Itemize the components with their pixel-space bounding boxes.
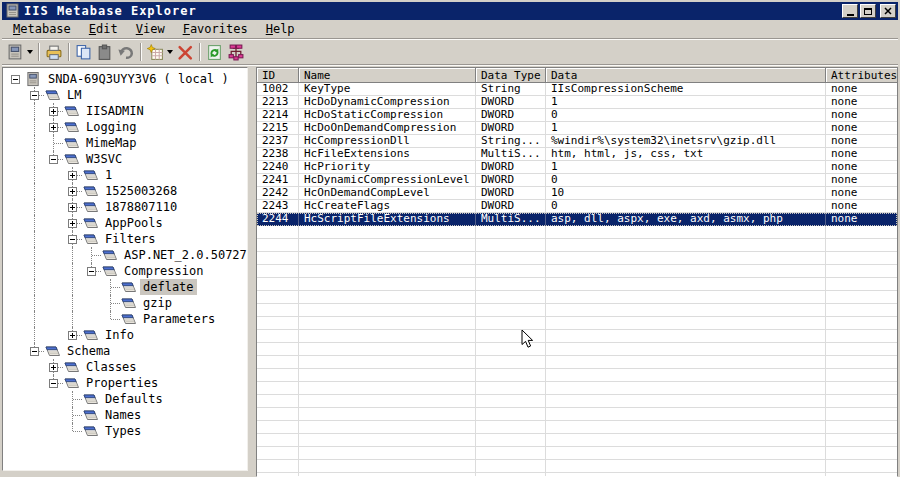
expander-minus-icon[interactable]	[30, 347, 39, 356]
table-row-hcondemandcomplevel[interactable]: 2242HcOnDemandCompLevelDWORD10none	[257, 187, 897, 200]
expander-plus-icon[interactable]	[49, 123, 58, 132]
expander-minus-icon[interactable]	[87, 267, 96, 276]
tree-item-mimemap[interactable]: MimeMap	[6, 135, 247, 151]
minimize-button[interactable]	[842, 4, 858, 18]
tree-item-label[interactable]: MimeMap	[83, 135, 140, 151]
tree-item-lm[interactable]: LM	[6, 87, 247, 103]
table-row-hccompressiondll[interactable]: 2237HcCompressionDllString...%windir%\sy…	[257, 135, 897, 148]
panel-splitter[interactable]	[248, 67, 256, 477]
delete-button[interactable]	[175, 41, 196, 63]
print-button[interactable]	[43, 41, 65, 63]
menu-help[interactable]: Help	[257, 21, 304, 37]
tree-item-1878807110[interactable]: 1878807110	[6, 199, 247, 215]
tree-item-label[interactable]: Types	[102, 423, 144, 439]
column-header-data[interactable]: Data	[546, 68, 826, 83]
refresh-button[interactable]	[204, 41, 225, 63]
dropdown-arrow-icon[interactable]	[27, 50, 33, 54]
dropdown-arrow-icon[interactable]	[167, 50, 173, 54]
expander-plus-icon[interactable]	[68, 331, 77, 340]
expander-minus-icon[interactable]	[49, 155, 58, 164]
tree-item-label[interactable]: LM	[64, 87, 84, 103]
table-row-hcdodynamiccompression[interactable]: 2213HcDoDynamicCompressionDWORD1none	[257, 96, 897, 109]
column-header-id[interactable]: ID	[257, 68, 299, 83]
tree-item-asp-net-2-0-50727-0[interactable]: ASP.NET_2.0.50727.0	[6, 247, 247, 263]
tree-item-gzip[interactable]: gzip	[6, 295, 247, 311]
tree-item-label[interactable]: Filters	[102, 231, 159, 247]
tree-item-label[interactable]: Defaults	[102, 391, 166, 407]
tree-item-label[interactable]: 1	[102, 167, 115, 183]
tree-item-1525003268[interactable]: 1525003268	[6, 183, 247, 199]
menu-view[interactable]: View	[127, 21, 174, 37]
column-header-name[interactable]: Name	[299, 68, 476, 83]
tree-item-label[interactable]: Parameters	[140, 311, 218, 327]
expander-plus-icon[interactable]	[49, 363, 58, 372]
undo-button[interactable]	[115, 41, 137, 63]
tree-item-deflate[interactable]: deflate	[6, 279, 247, 295]
tree-item-iisadmin[interactable]: IISADMIN	[6, 103, 247, 119]
tree-item-label[interactable]: Schema	[64, 343, 113, 359]
column-header-attributes[interactable]: Attributes	[826, 68, 897, 83]
tree-item-label[interactable]: W3SVC	[83, 151, 125, 167]
tree-item-classes[interactable]: Classes	[6, 359, 247, 375]
tree-item-compression[interactable]: Compression	[6, 263, 247, 279]
tree-item-properties[interactable]: Properties	[6, 375, 247, 391]
table-row-hcdostaticcompression[interactable]: 2214HcDoStaticCompressionDWORD0none	[257, 109, 897, 122]
tree-item-label[interactable]: Logging	[83, 119, 140, 135]
expander-plus-icon[interactable]	[68, 171, 77, 180]
tree-item-label[interactable]: 1525003268	[102, 183, 180, 199]
tree-item-schema[interactable]: Schema	[6, 343, 247, 359]
tree-item-label[interactable]: 1878807110	[102, 199, 180, 215]
tree-item-defaults[interactable]: Defaults	[6, 391, 247, 407]
tree-item-label[interactable]: Info	[102, 327, 137, 343]
column-header-data-type[interactable]: Data Type	[476, 68, 546, 83]
tree-item-label[interactable]: ASP.NET_2.0.50727.0	[121, 247, 248, 263]
tree-item-info[interactable]: Info	[6, 327, 247, 343]
paste-button[interactable]	[94, 41, 115, 63]
tree-item-apppools[interactable]: AppPools	[6, 215, 247, 231]
copy-button[interactable]	[73, 41, 94, 63]
tree-item-logging[interactable]: Logging	[6, 119, 247, 135]
tree-item-label[interactable]: Names	[102, 407, 144, 423]
menu-favorites[interactable]: Favorites	[174, 21, 257, 37]
tree-item-label[interactable]: deflate	[140, 279, 197, 295]
tree-item-label[interactable]: SNDA-69Q3UYY3V6 ( local )	[45, 71, 232, 87]
tree-item-snda-69q3uyy3v6-local[interactable]: SNDA-69Q3UYY3V6 ( local )	[6, 71, 247, 87]
tree-item-label[interactable]: Classes	[83, 359, 140, 375]
table-row-hcfileextensions[interactable]: 2238HcFileExtensionsMultiS...htm, html, …	[257, 148, 897, 161]
view-hierarchy-button[interactable]	[225, 41, 247, 63]
tree-item-label[interactable]: AppPools	[102, 215, 166, 231]
title-bar[interactable]: IIS Metabase Explorer	[2, 2, 898, 20]
maximize-button[interactable]	[860, 4, 876, 18]
expander-plus-icon[interactable]	[68, 187, 77, 196]
tree-item-label[interactable]: Properties	[83, 375, 161, 391]
close-button[interactable]	[880, 4, 896, 18]
menu-edit[interactable]: Edit	[80, 21, 127, 37]
tree-item-types[interactable]: Types	[6, 423, 247, 439]
tree-item-parameters[interactable]: Parameters	[6, 311, 247, 327]
expander-plus-icon[interactable]	[68, 203, 77, 212]
table-row-hcdynamiccompressionlevel[interactable]: 2241HcDynamicCompressionLevelDWORD0none	[257, 174, 897, 187]
expander-minus-icon[interactable]	[68, 235, 77, 244]
tree-item-w3svc[interactable]: W3SVC	[6, 151, 247, 167]
tree-key-icon	[63, 120, 80, 134]
tree-item-names[interactable]: Names	[6, 407, 247, 423]
connect-button[interactable]	[5, 41, 35, 63]
table-row-hcscriptfileextensions[interactable]: 2244HcScriptFileExtensionsMultiS...asp, …	[257, 213, 897, 226]
expander-minus-icon[interactable]	[11, 75, 20, 84]
tree-item-1[interactable]: 1	[6, 167, 247, 183]
tree-item-label[interactable]: gzip	[140, 295, 175, 311]
menu-metabase[interactable]: Metabase	[4, 21, 80, 37]
expander-plus-icon[interactable]	[49, 107, 58, 116]
table-row-keytype[interactable]: 1002KeyTypeStringIIsCompressionSchemenon…	[257, 83, 897, 96]
table-row-hcdoondemandcompression[interactable]: 2215HcDoOnDemandCompressionDWORD1none	[257, 122, 897, 135]
table-row-hcpriority[interactable]: 2240HcPriorityDWORD1none	[257, 161, 897, 174]
tree-item-filters[interactable]: Filters	[6, 231, 247, 247]
expander-minus-icon[interactable]	[49, 379, 58, 388]
table-row-hccreateflags[interactable]: 2243HcCreateFlagsDWORD0none	[257, 200, 897, 213]
tree-item-label[interactable]: IISADMIN	[83, 103, 147, 119]
expander-minus-icon[interactable]	[30, 91, 39, 100]
new-key-button[interactable]	[145, 41, 175, 63]
tree-key-icon	[63, 104, 80, 118]
expander-plus-icon[interactable]	[68, 219, 77, 228]
tree-item-label[interactable]: Compression	[121, 263, 206, 279]
